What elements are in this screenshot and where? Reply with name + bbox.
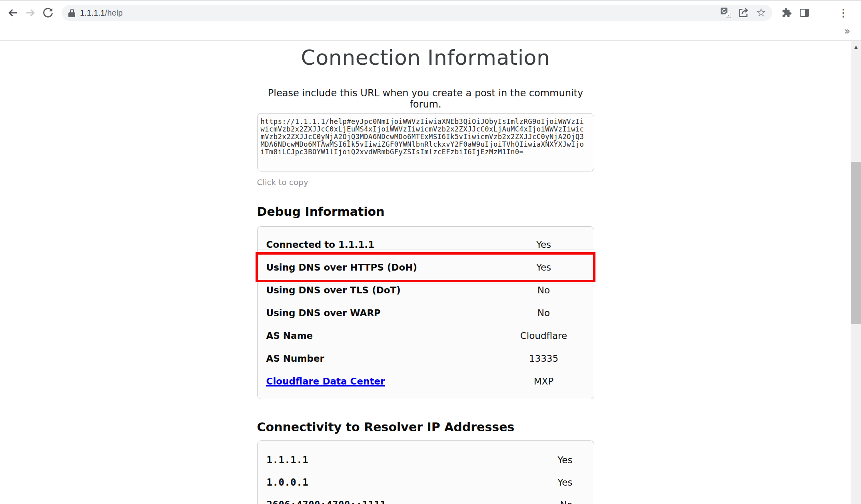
lock-icon[interactable] [68,9,75,17]
instruction-text: Please include this URL when you create … [257,88,594,110]
row-value: Yes [557,477,572,488]
row-value: No [560,500,572,504]
menu-button[interactable]: ⋮ [835,4,852,22]
table-row: Using DNS over TLS (DoT) No [258,279,594,301]
back-icon [7,7,19,19]
translate-icon: Gx [721,8,731,18]
table-row: Cloudflare Data Center MXP [258,370,594,392]
share-icon [737,7,749,19]
forward-button[interactable] [22,4,39,22]
browser-chrome: 1.1.1.1/help Gx ☆ [0,0,861,41]
url-text[interactable]: 1.1.1.1/help [80,8,123,18]
resolver-heading: Connectivity to Resolver IP Addresses [257,420,594,434]
reload-icon [42,7,54,19]
extensions-button[interactable] [778,4,795,22]
scroll-up-icon: ▲ [854,44,857,50]
page-content: Connection Information Please include th… [0,41,851,504]
table-row: 1.1.1.1 Yes [258,449,594,471]
table-row-highlighted: Using DNS over HTTPS (DoH) Yes [258,256,594,279]
page-title: Connection Information [257,46,594,69]
row-value: Cloudflare [494,331,594,341]
click-to-copy-label: Click to copy [257,177,594,187]
debug-table: Connected to 1.1.1.1 Yes Using DNS over … [257,226,594,399]
scrollbar-thumb[interactable] [851,162,861,324]
bookmarks-bar: » [0,25,861,40]
puzzle-icon [781,7,792,18]
row-label: Using DNS over WARP [266,308,494,318]
debug-heading: Debug Information [257,205,594,219]
scroll-up-button[interactable]: ▲ [851,41,861,52]
row-value: Yes [557,455,572,465]
table-row: Using DNS over WARP No [258,301,594,324]
back-button[interactable] [4,4,22,22]
connection-url-text: https://1.1.1.1/help#eyJpc0NmIjoiWWVzIiw… [261,118,591,156]
vertical-scrollbar[interactable]: ▲ [851,41,861,504]
share-button[interactable] [735,4,752,22]
side-panel-button[interactable] [795,4,813,22]
row-value: No [494,308,594,318]
row-label: AS Number [266,353,494,364]
kebab-menu-icon: ⋮ [838,8,849,18]
resolver-ip: 1.1.1.1 [267,454,558,466]
bookmarks-overflow-button[interactable]: » [844,26,850,37]
resolver-ip: 2606:4700:4700::1111 [267,499,560,504]
bookmark-button[interactable]: ☆ [752,4,770,22]
table-row: AS Name Cloudflare [258,324,594,347]
row-label: Cloudflare Data Center [266,376,494,386]
browser-toolbar: 1.1.1.1/help Gx ☆ [0,1,861,25]
row-value: No [494,285,594,295]
url-bar[interactable]: 1.1.1.1/help Gx ☆ [62,5,772,21]
reload-button[interactable] [39,4,57,22]
cloudflare-data-center-link[interactable]: Cloudflare Data Center [266,376,385,386]
star-icon: ☆ [756,7,766,18]
row-label: Using DNS over TLS (DoT) [266,285,494,295]
resolver-table: 1.1.1.1 Yes 1.0.0.1 Yes 2606:4700:4700::… [257,440,594,504]
resolver-ip: 1.0.0.1 [267,477,558,488]
table-row: 2606:4700:4700::1111 No [258,494,594,504]
row-label: Using DNS over HTTPS (DoH) [266,262,494,273]
row-value: 13335 [494,353,594,364]
row-value: Yes [494,239,594,250]
url-path: /help [105,8,123,17]
row-label: AS Name [266,331,494,341]
side-panel-icon [800,9,809,17]
row-value: MXP [494,376,594,386]
row-value: Yes [494,262,594,273]
connection-url-box[interactable]: https://1.1.1.1/help#eyJpc0NmIjoiWWVzIiw… [257,113,594,171]
url-host: 1.1.1.1 [80,8,105,17]
row-label: Connected to 1.1.1.1 [266,239,494,250]
table-row: Connected to 1.1.1.1 Yes [258,233,594,256]
translate-button[interactable]: Gx [717,4,735,22]
table-row: AS Number 13335 [258,347,594,370]
forward-icon [24,7,36,19]
table-row: 1.0.0.1 Yes [258,471,594,494]
